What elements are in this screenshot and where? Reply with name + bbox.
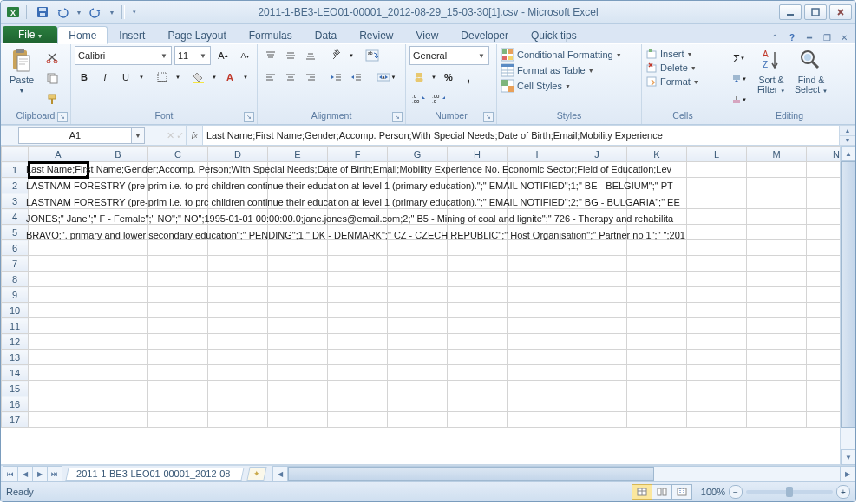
vertical-scrollbar[interactable]: ▲ ▼: [840, 146, 855, 465]
dialog-launcher-icon[interactable]: ↘: [483, 112, 494, 122]
cell[interactable]: [747, 162, 807, 178]
cell[interactable]: [747, 350, 807, 365]
grow-font-icon[interactable]: A▴: [213, 46, 233, 65]
copy-icon[interactable]: [43, 69, 62, 88]
scroll-down-icon[interactable]: ▼: [841, 449, 855, 465]
format-as-table-button[interactable]: Format as Table▼: [501, 63, 594, 77]
cell[interactable]: [448, 350, 508, 365]
cell[interactable]: [268, 396, 328, 412]
zoom-out-icon[interactable]: −: [729, 485, 743, 499]
cell[interactable]: [88, 365, 148, 381]
name-box-dropdown-icon[interactable]: ▼: [132, 127, 145, 144]
cell[interactable]: [448, 412, 508, 428]
increase-indent-icon[interactable]: [347, 68, 366, 87]
cell[interactable]: [747, 256, 807, 272]
cell[interactable]: [747, 225, 807, 240]
cell[interactable]: [208, 334, 268, 350]
row-header[interactable]: 4: [2, 209, 29, 225]
cell[interactable]: [328, 178, 388, 193]
redo-icon[interactable]: [87, 3, 104, 21]
find-select-button[interactable]: Find & Select ▼: [792, 46, 830, 96]
cell[interactable]: [88, 381, 148, 396]
cell[interactable]: [508, 256, 567, 272]
tab-formulas[interactable]: Formulas: [238, 26, 304, 44]
merge-center-icon[interactable]: a▼: [373, 68, 399, 87]
row-header[interactable]: 6: [2, 240, 29, 256]
cell[interactable]: [88, 178, 148, 193]
cell[interactable]: [747, 381, 807, 396]
cell[interactable]: [88, 303, 148, 318]
cell[interactable]: [448, 178, 508, 193]
cell[interactable]: [29, 303, 88, 318]
page-layout-view-icon[interactable]: [652, 484, 672, 500]
borders-icon[interactable]: [153, 68, 172, 87]
cell[interactable]: [328, 272, 388, 287]
row-header[interactable]: 2: [2, 178, 29, 193]
paste-button[interactable]: Paste▼: [4, 46, 39, 95]
cell[interactable]: [627, 225, 687, 240]
cell[interactable]: [88, 272, 148, 287]
cell[interactable]: [567, 209, 627, 225]
workbook-close-icon[interactable]: ✕: [838, 31, 850, 43]
cell[interactable]: [208, 272, 268, 287]
cell[interactable]: [328, 240, 388, 256]
cell[interactable]: [807, 162, 841, 178]
align-left-icon[interactable]: [261, 68, 280, 87]
cell[interactable]: [148, 193, 208, 209]
cell[interactable]: [807, 225, 841, 240]
cell[interactable]: [627, 334, 687, 350]
cell[interactable]: [567, 412, 627, 428]
cell[interactable]: [388, 318, 448, 334]
cell[interactable]: [627, 303, 687, 318]
cell[interactable]: [29, 272, 88, 287]
cell[interactable]: [388, 178, 448, 193]
column-header[interactable]: F: [328, 147, 388, 162]
horizontal-scroll-thumb[interactable]: [288, 467, 654, 481]
shrink-font-icon[interactable]: A▾: [235, 46, 254, 65]
conditional-formatting-button[interactable]: Conditional Formatting▼: [501, 48, 622, 62]
cell[interactable]: [508, 350, 567, 365]
cell[interactable]: [747, 272, 807, 287]
cell[interactable]: [567, 225, 627, 240]
cell[interactable]: [88, 240, 148, 256]
cell[interactable]: [567, 318, 627, 334]
cell[interactable]: [807, 334, 841, 350]
cell[interactable]: [148, 381, 208, 396]
column-header[interactable]: A: [29, 147, 88, 162]
cell[interactable]: [29, 256, 88, 272]
cell[interactable]: [448, 334, 508, 350]
cell[interactable]: [29, 381, 88, 396]
cell[interactable]: [448, 396, 508, 412]
column-header[interactable]: K: [627, 147, 687, 162]
cell[interactable]: [508, 287, 567, 303]
cell[interactable]: [747, 303, 807, 318]
tab-scroll-first-icon[interactable]: ⏮: [3, 466, 18, 481]
cell[interactable]: [567, 381, 627, 396]
cell[interactable]: [388, 272, 448, 287]
borders-dropdown-icon[interactable]: ▼: [174, 68, 182, 87]
cell[interactable]: [627, 193, 687, 209]
underline-dropdown-icon[interactable]: ▼: [137, 68, 146, 87]
cell[interactable]: [208, 412, 268, 428]
insert-function-icon[interactable]: fx: [187, 126, 203, 145]
cell[interactable]: [747, 193, 807, 209]
column-header[interactable]: I: [508, 147, 567, 162]
cell[interactable]: [807, 193, 841, 209]
cell[interactable]: [747, 334, 807, 350]
cell[interactable]: [567, 303, 627, 318]
cell[interactable]: [208, 256, 268, 272]
cell[interactable]: [747, 209, 807, 225]
cell[interactable]: [148, 240, 208, 256]
zoom-slider-thumb[interactable]: [786, 487, 793, 497]
cell[interactable]: [567, 334, 627, 350]
tab-insert[interactable]: Insert: [108, 26, 156, 44]
cell[interactable]: [29, 193, 88, 209]
column-header[interactable]: M: [747, 147, 807, 162]
tab-scroll-prev-icon[interactable]: ◀: [17, 466, 33, 481]
cell[interactable]: [448, 365, 508, 381]
cell[interactable]: [448, 209, 508, 225]
cell[interactable]: [508, 365, 567, 381]
row-header[interactable]: 9: [2, 287, 29, 303]
cell[interactable]: [148, 178, 208, 193]
tab-home[interactable]: Home: [57, 26, 108, 44]
